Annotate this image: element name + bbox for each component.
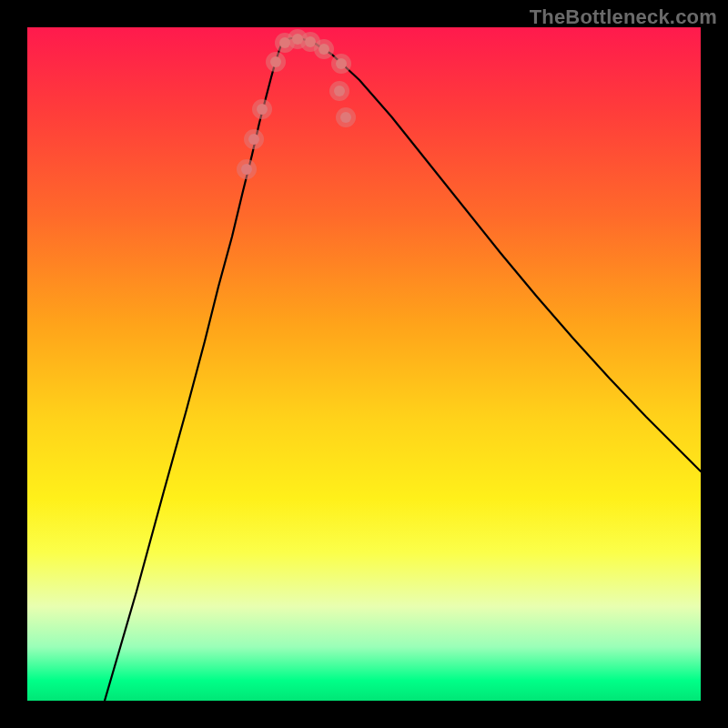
svg-point-5 (257, 104, 268, 115)
svg-point-15 (318, 44, 329, 55)
svg-point-13 (305, 36, 316, 47)
svg-point-17 (336, 58, 347, 69)
bottleneck-curve (105, 38, 701, 701)
watermark-text: TheBottleneck.com (530, 5, 717, 29)
chart-frame: TheBottleneck.com (0, 0, 728, 728)
svg-point-19 (334, 86, 345, 96)
valley-dots (237, 29, 356, 179)
svg-point-7 (270, 56, 281, 67)
svg-point-21 (340, 112, 351, 123)
svg-point-3 (248, 134, 259, 145)
gradient-plot-area (27, 27, 701, 701)
chart-svg (27, 27, 701, 701)
svg-point-1 (241, 164, 252, 175)
